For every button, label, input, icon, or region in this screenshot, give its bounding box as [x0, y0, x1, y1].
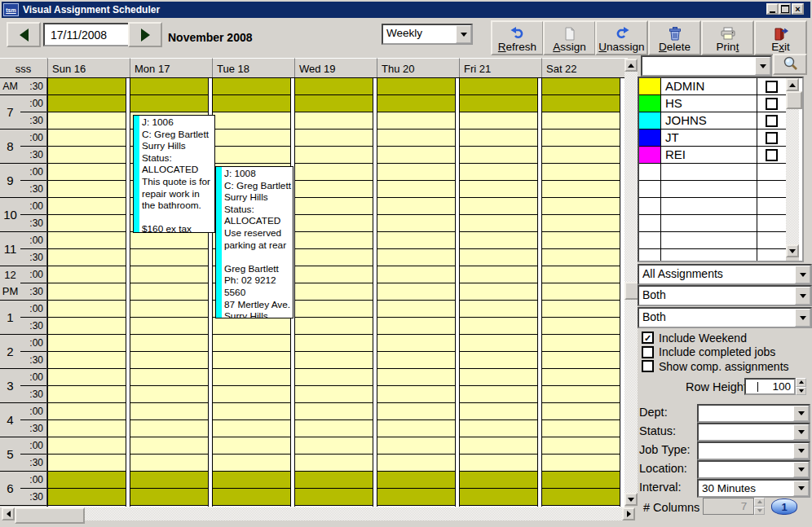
both-filter-1-select[interactable]: Both: [638, 285, 812, 306]
calendar-cell[interactable]: [48, 112, 126, 130]
calendar-cell[interactable]: [460, 437, 537, 455]
legend-checkbox[interactable]: [766, 98, 778, 110]
calendar-cell[interactable]: [542, 335, 620, 352]
calendar-cell[interactable]: [377, 301, 455, 318]
calendar-cell[interactable]: [295, 198, 373, 215]
legend-scroll-up-button[interactable]: [786, 78, 799, 91]
calendar-cell[interactable]: [542, 249, 620, 266]
calendar-cell[interactable]: [460, 198, 537, 215]
both-filter-2-dropdown-button[interactable]: [795, 309, 810, 327]
calendar-cell[interactable]: [460, 130, 537, 147]
calendar-cell[interactable]: [130, 335, 208, 352]
calendar-cell[interactable]: [460, 215, 537, 232]
maximize-button[interactable]: [779, 3, 791, 15]
calendar-cell[interactable]: [542, 352, 620, 369]
calendar-scroll-right-button[interactable]: [622, 507, 635, 520]
calendar-cell[interactable]: [542, 95, 620, 112]
calendar-cell[interactable]: [295, 164, 373, 181]
refresh-button[interactable]: Refresh: [491, 20, 544, 55]
calendar-cell[interactable]: [377, 352, 455, 369]
calendar-cell[interactable]: [377, 147, 455, 164]
legend-checkbox[interactable]: [766, 115, 778, 127]
calendar-cell[interactable]: [295, 147, 373, 164]
calendar-cell[interactable]: [377, 130, 455, 147]
calendar-cell[interactable]: [542, 147, 620, 164]
calendar-cell[interactable]: [460, 95, 537, 112]
calendar-cell[interactable]: [213, 318, 290, 335]
calendar-cell[interactable]: [48, 403, 126, 420]
legend-row[interactable]: JOHNS: [639, 112, 786, 130]
calendar-cell[interactable]: [48, 420, 126, 437]
calendar-cell[interactable]: [130, 369, 208, 386]
calendar-cell[interactable]: [377, 215, 455, 232]
calendar-cell[interactable]: [377, 181, 455, 198]
calendar-cell[interactable]: [377, 78, 455, 95]
calendar-cell[interactable]: [295, 437, 373, 455]
assign-button[interactable]: Assign: [543, 20, 596, 55]
calendar-cell[interactable]: [48, 283, 126, 301]
location-select-dropdown-button[interactable]: [793, 462, 809, 477]
calendar-cell[interactable]: [295, 112, 373, 130]
calendar-cell[interactable]: [130, 78, 208, 95]
calendar-cell[interactable]: [542, 472, 620, 489]
calendar-cell[interactable]: [542, 232, 620, 249]
next-date-button[interactable]: [128, 22, 162, 47]
exit-button[interactable]: Exit: [754, 20, 807, 55]
calendar-cell[interactable]: [295, 318, 373, 335]
calendar-cell[interactable]: [460, 112, 537, 130]
calendar-cell[interactable]: [460, 386, 537, 403]
calendar-cell[interactable]: [460, 181, 537, 198]
calendar-cell[interactable]: [213, 420, 290, 437]
legend-scroll-down-button[interactable]: [786, 244, 799, 257]
calendar-cell[interactable]: [130, 283, 208, 301]
calendar-cell[interactable]: [460, 472, 537, 489]
calendar-cell[interactable]: [542, 112, 620, 130]
calendar-cell[interactable]: [460, 403, 537, 420]
calendar-cell[interactable]: [213, 386, 290, 403]
calendar-cell[interactable]: [460, 369, 537, 386]
both-filter-1-dropdown-button[interactable]: [795, 287, 810, 305]
calendar-cell[interactable]: [295, 335, 373, 352]
calendar-cell[interactable]: [48, 386, 126, 403]
calendar-cell[interactable]: [213, 147, 290, 164]
calendar-cell[interactable]: [377, 198, 455, 215]
calendar-cell[interactable]: [295, 232, 373, 249]
calendar-cell[interactable]: [130, 249, 208, 266]
calendar-cell[interactable]: [213, 455, 290, 472]
calendar-cell[interactable]: [130, 489, 208, 506]
row-height-spin-up-button[interactable]: [796, 378, 806, 387]
print-button[interactable]: Print: [701, 20, 754, 55]
calendar-cell[interactable]: [542, 386, 620, 403]
calendar-cell[interactable]: [48, 437, 126, 455]
location-select[interactable]: [697, 460, 810, 479]
calendar-cell[interactable]: [130, 455, 208, 472]
calendar-cell[interactable]: [542, 437, 620, 455]
date-input[interactable]: [43, 23, 134, 46]
calendar-cell[interactable]: [377, 403, 455, 420]
dept-select-dropdown-button[interactable]: [793, 406, 809, 421]
calendar-cell[interactable]: [48, 147, 126, 164]
job-type-select[interactable]: [697, 441, 810, 460]
calendar-cell[interactable]: [377, 112, 455, 130]
calendar-cell[interactable]: [213, 369, 290, 386]
calendar-cell[interactable]: [460, 489, 537, 506]
calendar-cell[interactable]: [542, 420, 620, 437]
assignments-filter-dropdown-button[interactable]: [795, 266, 810, 283]
calendar-cell[interactable]: [295, 420, 373, 437]
calendar-cell[interactable]: [295, 386, 373, 403]
calendar-cell[interactable]: [130, 301, 208, 318]
calendar-cell[interactable]: [213, 78, 290, 95]
legend-row[interactable]: HS: [639, 95, 786, 112]
calendar-cell[interactable]: [460, 283, 537, 301]
calendar-cell[interactable]: [377, 164, 455, 181]
calendar-cell[interactable]: [377, 489, 455, 506]
calendar-grid[interactable]: AM:307:00:308:00:309:00:3010:00:3011:00:…: [0, 77, 624, 507]
calendar-cell[interactable]: [48, 181, 126, 198]
calendar-cell[interactable]: [130, 386, 208, 403]
calendar-cell[interactable]: [377, 386, 455, 403]
calendar-cell[interactable]: [377, 472, 455, 489]
legend-checkbox[interactable]: [766, 132, 778, 144]
calendar-cell[interactable]: [213, 403, 290, 420]
calendar-cell[interactable]: [295, 489, 373, 506]
calendar-cell[interactable]: [542, 301, 620, 318]
